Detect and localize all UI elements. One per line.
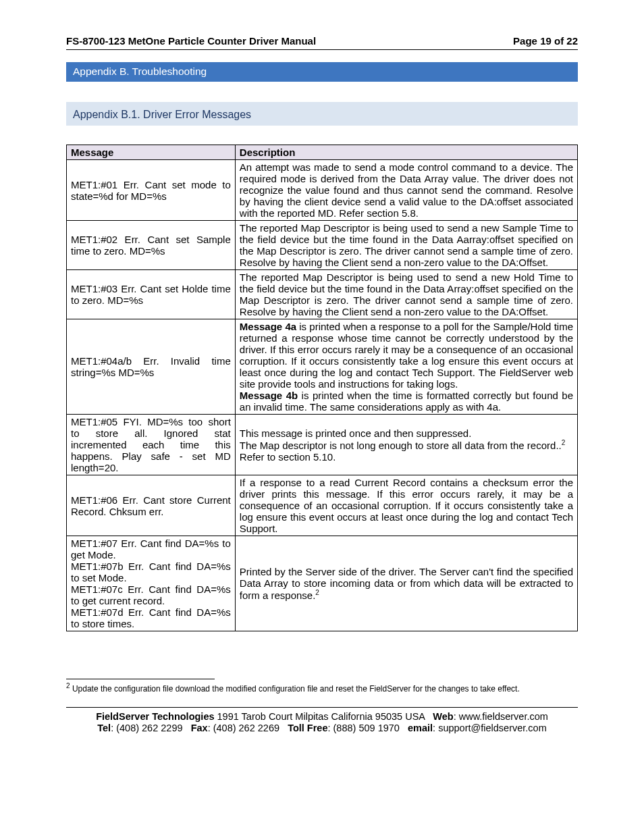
message-cell: MET1:#04a/b Err. Invalid time string=%s … xyxy=(67,319,236,415)
col-header-message: Message xyxy=(67,145,236,160)
description-cell: An attempt was made to send a mode contr… xyxy=(235,160,577,221)
message-cell: MET1:#01 Err. Cant set mode to state=%d … xyxy=(67,160,236,221)
message-cell: MET1:#05 FYI. MD=%s too short to store a… xyxy=(67,415,236,475)
table-row: MET1:#07 Err. Cant find DA=%s to get Mod… xyxy=(67,536,578,631)
table-body: MET1:#01 Err. Cant set mode to state=%d … xyxy=(67,160,578,631)
message-cell: MET1:#03 Err. Cant set Holde time to zer… xyxy=(67,270,236,319)
table-row: MET1:#06 Err. Cant store Current Record.… xyxy=(67,475,578,536)
message-text: MET1:#07d Err. Cant find DA=%s to store … xyxy=(71,606,231,629)
error-messages-table: Message Description MET1:#01 Err. Cant s… xyxy=(66,145,578,631)
message-text: MET1:#07c Err. Cant find DA=%s to get cu… xyxy=(71,583,231,606)
description-cell: The reported Map Descriptor is being use… xyxy=(235,221,577,270)
doc-title: FS-8700-123 MetOne Particle Counter Driv… xyxy=(66,35,316,47)
page-number: Page 19 of 22 xyxy=(513,35,578,47)
page-header: FS-8700-123 MetOne Particle Counter Driv… xyxy=(66,35,578,50)
description-cell: The reported Map Descriptor is being use… xyxy=(235,270,577,319)
document-page: FS-8700-123 MetOne Particle Counter Driv… xyxy=(0,0,644,761)
subsection-heading: Appendix B.1. Driver Error Messages xyxy=(66,102,578,126)
table-row: MET1:#02 Err. Cant set Sample time to ze… xyxy=(67,221,578,270)
footnote-rule xyxy=(66,679,215,679)
footer-row-1: FieldServer Technologies 1991 Tarob Cour… xyxy=(66,711,578,722)
message-cell: MET1:#06 Err. Cant store Current Record.… xyxy=(67,475,236,536)
message-cell: MET1:#02 Err. Cant set Sample time to ze… xyxy=(67,221,236,270)
col-header-description: Description xyxy=(235,145,577,160)
table-row: MET1:#04a/b Err. Invalid time string=%s … xyxy=(67,319,578,415)
table-row: MET1:#05 FYI. MD=%s too short to store a… xyxy=(67,415,578,475)
description-cell: If a response to a read Current Record c… xyxy=(235,475,577,536)
message-text: MET1:#07b Err. Cant find DA=%s to set Mo… xyxy=(71,561,231,583)
footer-row-2: Tel: (408) 262 2299 Fax: (408) 262 2269 … xyxy=(66,723,578,733)
description-cell: Printed by the Server side of the driver… xyxy=(235,536,577,631)
description-cell: This message is printed once and then su… xyxy=(235,415,577,475)
table-row: MET1:#03 Err. Cant set Holde time to zer… xyxy=(67,270,578,319)
footnote-text: Update the configuration file download t… xyxy=(70,684,520,694)
page-footer: FieldServer Technologies 1991 Tarob Cour… xyxy=(66,707,578,733)
table-row: MET1:#01 Err. Cant set mode to state=%d … xyxy=(67,160,578,221)
message-cell: MET1:#07 Err. Cant find DA=%s to get Mod… xyxy=(67,536,236,631)
footnote: 2 Update the configuration file download… xyxy=(66,682,578,694)
message-text: MET1:#07 Err. Cant find DA=%s to get Mod… xyxy=(71,538,231,561)
section-heading: Appendix B. Troubleshooting xyxy=(66,62,578,82)
description-cell: Message 4a is printed when a response to… xyxy=(235,319,577,415)
